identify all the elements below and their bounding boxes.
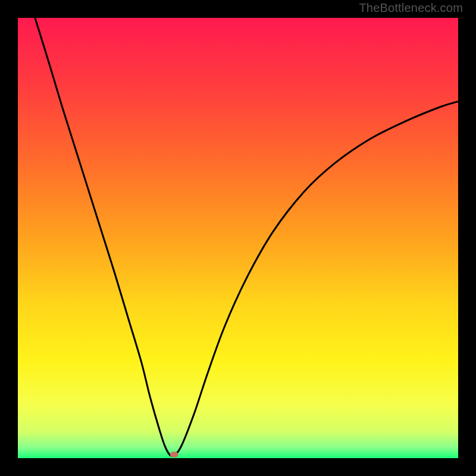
chart-frame: TheBottleneck.com: [0, 0, 476, 476]
plot-background: [18, 18, 458, 458]
watermark-text: TheBottleneck.com: [359, 1, 463, 15]
optimal-point-marker: [170, 452, 178, 458]
bottleneck-chart: [0, 0, 476, 476]
